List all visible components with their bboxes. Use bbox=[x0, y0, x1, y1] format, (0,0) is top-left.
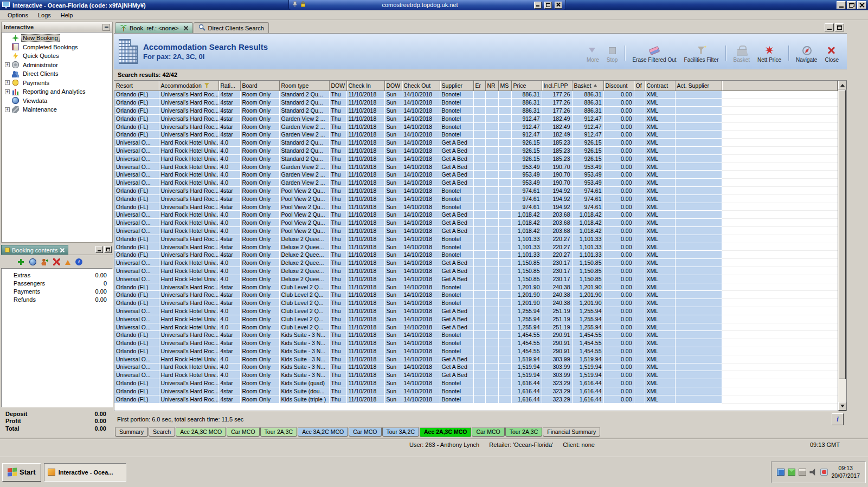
result-tab-financial-summary[interactable]: Financial Summary bbox=[543, 427, 600, 437]
start-button[interactable]: Start bbox=[2, 463, 41, 482]
column-header-ms[interactable]: MS bbox=[498, 81, 511, 90]
tab-book-ref-none[interactable]: Book. ref.: <none> bbox=[115, 22, 193, 33]
rdp-minimize-button[interactable] bbox=[534, 2, 542, 9]
column-header-contract[interactable]: Contract bbox=[645, 81, 675, 90]
navigate-button[interactable]: Navigate bbox=[792, 44, 821, 64]
vertical-scrollbar[interactable] bbox=[838, 81, 846, 411]
table-row[interactable]: Universal O...Hard Rock Hotel Univ...4.0… bbox=[114, 371, 838, 379]
table-row[interactable]: Orlando (FL)Universal's Hard Roc...4star… bbox=[114, 283, 838, 291]
result-tab-car-mco[interactable]: Car MCO bbox=[349, 427, 381, 437]
column-header-basket[interactable]: Basket bbox=[572, 81, 603, 90]
table-row[interactable]: Orlando (FL)Universal's Hard Roc...4star… bbox=[114, 90, 838, 99]
booking-contents-row-refunds[interactable]: Refunds0.00 bbox=[2, 295, 112, 303]
facilities-filter-button[interactable]: Facilities Filter bbox=[680, 44, 723, 64]
table-row[interactable]: Orlando (FL)Universal's Hard Roc...4star… bbox=[114, 99, 838, 107]
globe-icon[interactable] bbox=[29, 258, 36, 265]
sidebar-item-quick-quotes[interactable]: Quick Quotes bbox=[2, 51, 112, 61]
pin-icon[interactable] bbox=[292, 1, 298, 9]
add-person-icon[interactable] bbox=[41, 258, 48, 265]
restore-button[interactable] bbox=[847, 1, 856, 9]
panel-close-icon[interactable] bbox=[60, 248, 65, 252]
menu-item-options[interactable]: Options bbox=[3, 11, 33, 20]
column-header-accommodation[interactable]: Accommodation bbox=[159, 81, 218, 90]
table-row[interactable]: Orlando (FL)Universal's Hard Roc...4star… bbox=[114, 395, 838, 403]
result-tab-tour-2a-3c[interactable]: Tour 2A,3C bbox=[260, 427, 298, 437]
nett-price-button[interactable]: Nett Price bbox=[754, 44, 785, 64]
table-row[interactable]: Universal O...Hard Rock Hotel Univ...4.0… bbox=[114, 259, 838, 267]
table-row[interactable]: Universal O...Hard Rock Hotel Univ...4.0… bbox=[114, 315, 838, 323]
table-row[interactable]: Orlando (FL)Universal's Hard Roc...4star… bbox=[114, 379, 838, 387]
panel-minimize-button[interactable] bbox=[95, 246, 103, 253]
table-row[interactable]: Orlando (FL)Universal's Hard Roc...4star… bbox=[114, 235, 838, 243]
sidebar-item-payments[interactable]: Payments bbox=[2, 79, 112, 88]
erase-filtered-out-button[interactable]: Erase Filtered Out bbox=[628, 44, 680, 64]
tab-direct-clients-search[interactable]: Direct Clients Search bbox=[194, 22, 269, 33]
result-tab-tour-3a-2c[interactable]: Tour 3A,2C bbox=[382, 427, 420, 437]
filter-icon[interactable] bbox=[204, 83, 209, 88]
column-header-dow[interactable]: DOW bbox=[329, 81, 346, 90]
column-header-resort[interactable]: Resort bbox=[114, 81, 159, 90]
scroll-down-button[interactable] bbox=[838, 402, 846, 411]
result-tab-summary[interactable]: Summary bbox=[115, 427, 148, 437]
upload-icon[interactable] bbox=[65, 257, 70, 265]
table-row[interactable]: Universal O...Hard Rock Hotel Univ...4.0… bbox=[114, 211, 838, 219]
result-tab-car-mco[interactable]: Car MCO bbox=[472, 427, 504, 437]
sidebar-item-reporting-and-analytics[interactable]: Reporting and Analytics bbox=[2, 87, 112, 96]
add-icon[interactable] bbox=[17, 258, 24, 265]
info-button[interactable]: i bbox=[832, 413, 844, 425]
table-row[interactable]: Orlando (FL)Universal's Hard Roc...4star… bbox=[114, 251, 838, 259]
result-tab-acc-3a-2c-mco[interactable]: Acc 3A,2C MCO bbox=[298, 427, 348, 437]
table-row[interactable]: Orlando (FL)Universal's Hard Roc...4star… bbox=[114, 114, 838, 122]
table-row[interactable]: Universal O...Hard Rock Hotel Univ...4.0… bbox=[114, 139, 838, 147]
column-header-check-in[interactable]: Check In bbox=[346, 81, 384, 90]
result-tab-search[interactable]: Search bbox=[149, 427, 175, 437]
tab-close-icon[interactable] bbox=[183, 25, 188, 30]
rdp-close-button[interactable] bbox=[555, 2, 562, 9]
table-row[interactable]: Universal O...Hard Rock Hotel Univ...4.0… bbox=[114, 275, 838, 283]
expander-icon[interactable] bbox=[5, 107, 10, 112]
column-header-check-out[interactable]: Check Out bbox=[402, 81, 440, 90]
menu-item-logs[interactable]: Logs bbox=[33, 11, 56, 20]
taskbar-task-button[interactable]: Interactive - Ocea... bbox=[44, 463, 126, 482]
table-row[interactable]: Universal O...Hard Rock Hotel Univ...4.0… bbox=[114, 179, 838, 187]
table-row[interactable]: Universal O...Hard Rock Hotel Univ...4.0… bbox=[114, 219, 838, 227]
result-tab-tour-2a-3c[interactable]: Tour 2A,3C bbox=[505, 427, 543, 437]
minimize-button[interactable] bbox=[837, 1, 846, 9]
table-row[interactable]: Orlando (FL)Universal's Hard Roc...4star… bbox=[114, 299, 838, 307]
table-row[interactable]: Universal O...Hard Rock Hotel Univ...4.0… bbox=[114, 307, 838, 315]
table-row[interactable]: Orlando (FL)Universal's Hard Roc...4star… bbox=[114, 194, 838, 203]
column-header-room-type[interactable]: Room type bbox=[279, 81, 329, 90]
more-button[interactable]: More bbox=[583, 44, 603, 64]
booking-contents-row-payments[interactable]: Payments0.00 bbox=[2, 287, 112, 295]
table-row[interactable]: Orlando (FL)Universal's Hard Roc...4star… bbox=[114, 291, 838, 299]
scroll-up-button[interactable] bbox=[838, 81, 846, 89]
column-header-discount[interactable]: Discount bbox=[603, 81, 634, 90]
expander-icon[interactable] bbox=[5, 62, 10, 67]
panel-collapse-button[interactable] bbox=[102, 24, 110, 31]
column-header-dow[interactable]: DOW bbox=[384, 81, 402, 90]
table-row[interactable]: Universal O...Hard Rock Hotel Univ...4.0… bbox=[114, 363, 838, 371]
column-header-of[interactable]: Of bbox=[634, 81, 645, 90]
table-row[interactable]: Orlando (FL)Universal's Hard Roc...4star… bbox=[114, 347, 838, 355]
mdi-maximize-button[interactable] bbox=[835, 23, 844, 31]
table-row[interactable]: Orlando (FL)Universal's Hard Roc...4star… bbox=[114, 203, 838, 211]
table-row[interactable]: Orlando (FL)Universal's Hard Roc...4star… bbox=[114, 131, 838, 139]
table-row[interactable]: Orlando (FL)Universal's Hard Roc...4star… bbox=[114, 387, 838, 395]
booking-contents-row-extras[interactable]: Extras0.00 bbox=[2, 271, 112, 279]
sidebar-item-new-booking[interactable]: New Booking bbox=[2, 34, 112, 43]
rdp-restore-button[interactable] bbox=[544, 2, 552, 9]
column-header-price[interactable]: Price bbox=[511, 81, 542, 90]
column-header-er[interactable]: Er bbox=[473, 81, 485, 90]
column-header-incl-fl-pp[interactable]: Incl.Fl.PP bbox=[542, 81, 572, 90]
table-row[interactable]: Orlando (FL)Universal's Hard Roc...4star… bbox=[114, 122, 838, 131]
stop-button[interactable]: Stop bbox=[603, 44, 622, 64]
printer-icon[interactable] bbox=[799, 469, 806, 476]
network-monitor-icon[interactable] bbox=[777, 469, 785, 476]
table-row[interactable]: Orlando (FL)Universal's Hard Roc...4star… bbox=[114, 187, 838, 195]
info-icon[interactable] bbox=[75, 258, 82, 265]
table-row[interactable]: Universal O...Hard Rock Hotel Univ...4.0… bbox=[114, 147, 838, 155]
delete-icon[interactable] bbox=[53, 258, 60, 265]
table-row[interactable]: Universal O...Hard Rock Hotel Univ...4.0… bbox=[114, 355, 838, 363]
mdi-minimize-button[interactable] bbox=[825, 23, 834, 31]
expander-icon[interactable] bbox=[5, 89, 10, 94]
